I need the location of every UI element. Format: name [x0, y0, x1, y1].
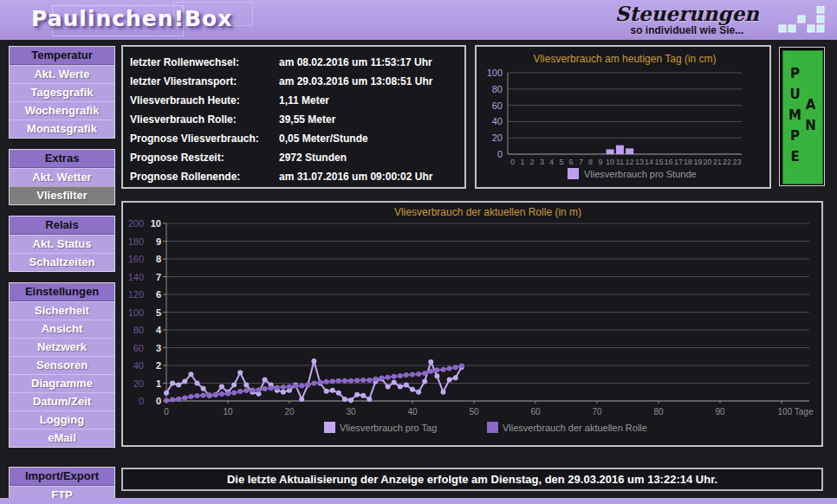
svg-text:20: 20	[133, 378, 144, 389]
sidebar-item-wochengrafik[interactable]: Wochengrafik	[10, 101, 114, 120]
svg-text:Vliesverbrauch der aktuellen R: Vliesverbrauch der aktuellen Rolle	[503, 423, 647, 433]
vliesfilter-info-panel: letzter Rollenwechsel:am 08.02.2016 um 1…	[121, 45, 466, 189]
sidebar-item-monatsgrafik[interactable]: Monatsgrafik	[10, 120, 114, 138]
info-value: am 08.02.2016 um 11:53:17 Uhr	[279, 53, 457, 72]
svg-text:60: 60	[530, 407, 541, 417]
svg-text:20: 20	[284, 407, 295, 417]
svg-text:40: 40	[492, 116, 503, 126]
brand-block: Steuerungen so individuell wie Sie...	[615, 3, 759, 36]
svg-text:12: 12	[626, 158, 634, 166]
svg-text:0: 0	[164, 407, 169, 417]
svg-text:9: 9	[598, 158, 602, 166]
sidebar-item-email[interactable]: eMail	[10, 429, 114, 447]
sidebar-item-sensoren[interactable]: Sensoren	[10, 356, 114, 374]
info-label: Vliesverbrauch Heute:	[130, 91, 279, 110]
status-bar: Die letzte Aktualisierung der Anzeige er…	[121, 468, 823, 491]
svg-text:20: 20	[704, 158, 712, 166]
sidebar-item-akt-status[interactable]: Akt. Status	[10, 235, 114, 253]
svg-text:6: 6	[156, 289, 161, 300]
svg-text:50: 50	[469, 407, 479, 417]
sidebar-item-vliesfilter[interactable]: Vliesfilter	[10, 186, 114, 204]
svg-text:30: 30	[346, 407, 356, 417]
info-value: am 31.07.2016 um 09:00:02 Uhr	[279, 167, 457, 186]
sidebar-item-diagramme[interactable]: Diagramme	[10, 374, 114, 392]
svg-text:0: 0	[156, 396, 161, 406]
svg-text:140: 140	[128, 272, 144, 282]
info-value: 0,05 Meter/Stunde	[279, 129, 457, 148]
pump-toggle-button[interactable]: PUMPE AN	[779, 47, 825, 186]
sidebar-group-relais: RelaisAkt. StatusSchaltzeiten	[9, 216, 115, 272]
svg-text:6: 6	[569, 158, 574, 166]
sidebar-item-akt-wetter[interactable]: Akt. Wetter	[10, 168, 114, 186]
paulinchenbox-window: Paulinchen!Box Steuerungen so individuel…	[0, 0, 837, 504]
svg-text:40: 40	[133, 360, 144, 371]
today-chart-panel: Vliesverbrauch am heutigen Tag (in cm)02…	[475, 45, 771, 189]
svg-text:7: 7	[156, 272, 161, 282]
svg-text:22: 22	[723, 158, 731, 166]
svg-text:11: 11	[616, 158, 624, 166]
svg-text:100 Tage: 100 Tage	[778, 407, 814, 417]
svg-text:21: 21	[713, 158, 722, 166]
svg-text:16: 16	[665, 158, 673, 166]
today-chart: Vliesverbrauch am heutigen Tag (in cm)02…	[477, 47, 769, 189]
svg-text:18: 18	[684, 158, 692, 166]
sidebar-item-akt-werte[interactable]: Akt. Werte	[10, 65, 114, 83]
sidebar-item-datum-zeit[interactable]: Datum/Zeit	[10, 392, 114, 410]
info-label: Vliesverbrauch Rolle:	[130, 110, 279, 129]
pump-label: PUMPE AN	[788, 51, 819, 184]
brand-name: Steuerungen	[615, 3, 759, 24]
status-text: Die letzte Aktualisierung der Anzeige er…	[227, 473, 717, 486]
svg-text:5: 5	[156, 307, 161, 318]
svg-text:2: 2	[156, 360, 161, 371]
sidebar-item-sicherheit[interactable]: Sicherheit	[10, 301, 114, 320]
sidebar-group-einstellungen: EinstellungenSicherheitAnsichtNetzwerkSe…	[9, 282, 115, 448]
app-logo: Paulinchen!Box	[31, 6, 232, 31]
brand-blocks-icon	[778, 6, 825, 37]
svg-text:0: 0	[139, 396, 144, 406]
svg-text:8: 8	[588, 158, 593, 166]
sidebar-item-schaltzeiten[interactable]: Schaltzeiten	[10, 253, 114, 271]
info-row-prognose-restzeit: Prognose Restzeit:2972 Stunden	[130, 148, 457, 167]
svg-text:7: 7	[579, 158, 583, 166]
sidebar-item-tagesgrafik[interactable]: Tagesgrafik	[10, 83, 114, 101]
sidebar-item-logging[interactable]: Logging	[10, 410, 114, 429]
sidebar-group-title-relais: Relais	[10, 216, 114, 235]
info-label: letzter Rollenwechsel:	[130, 53, 279, 72]
header-bar: Paulinchen!Box Steuerungen so individuel…	[0, 0, 837, 40]
info-label: Prognose Vliesverbrauch:	[130, 129, 279, 148]
info-row-letzter-vliestransport: letzter Vliestransport:am 29.03.2016 um …	[130, 72, 457, 91]
svg-text:10: 10	[151, 218, 161, 229]
bottom-strip	[0, 498, 837, 504]
svg-text:160: 160	[128, 254, 144, 264]
svg-text:100: 100	[128, 307, 144, 318]
info-row-vliesverbrauch-rolle: Vliesverbrauch Rolle:39,55 Meter	[130, 110, 457, 129]
sidebar-item-netzwerk[interactable]: Netzwerk	[10, 338, 114, 356]
info-row-vliesverbrauch-heute: Vliesverbrauch Heute:1,11 Meter	[130, 91, 457, 110]
svg-text:Vliesverbrauch pro Stunde: Vliesverbrauch pro Stunde	[584, 169, 697, 179]
svg-text:100: 100	[487, 68, 503, 78]
svg-text:0: 0	[510, 158, 515, 166]
svg-text:40: 40	[407, 407, 418, 417]
roll-chart: Vliesverbrauch der aktuellen Rolle (in m…	[123, 203, 821, 449]
info-value: 1,11 Meter	[279, 91, 457, 110]
sidebar-group-title-extras: Extras	[10, 150, 114, 168]
info-label: Prognose Restzeit:	[130, 148, 279, 167]
svg-text:0: 0	[497, 149, 503, 159]
svg-text:Vliesverbrauch pro Tag: Vliesverbrauch pro Tag	[340, 423, 437, 433]
sidebar-group-extras: ExtrasAkt. WetterVliesfilter	[9, 149, 115, 205]
info-row-letzter-rollenwechsel: letzter Rollenwechsel:am 08.02.2016 um 1…	[130, 53, 457, 72]
svg-text:80: 80	[133, 325, 144, 335]
svg-text:60: 60	[492, 100, 503, 111]
svg-text:3: 3	[156, 343, 161, 353]
svg-text:20: 20	[492, 132, 503, 143]
sidebar-item-ansicht[interactable]: Ansicht	[10, 320, 114, 338]
info-value: am 29.03.2016 um 13:08:51 Uhr	[279, 72, 457, 91]
svg-text:120: 120	[128, 289, 144, 300]
svg-text:8: 8	[156, 254, 161, 264]
svg-text:13: 13	[635, 158, 644, 166]
svg-text:14: 14	[645, 158, 653, 166]
svg-text:5: 5	[559, 158, 563, 166]
sidebar-group-title-temperatur: Temperatur	[10, 47, 114, 65]
svg-text:1: 1	[156, 378, 161, 389]
roll-chart-panel: Vliesverbrauch der aktuellen Rolle (in m…	[121, 201, 823, 447]
